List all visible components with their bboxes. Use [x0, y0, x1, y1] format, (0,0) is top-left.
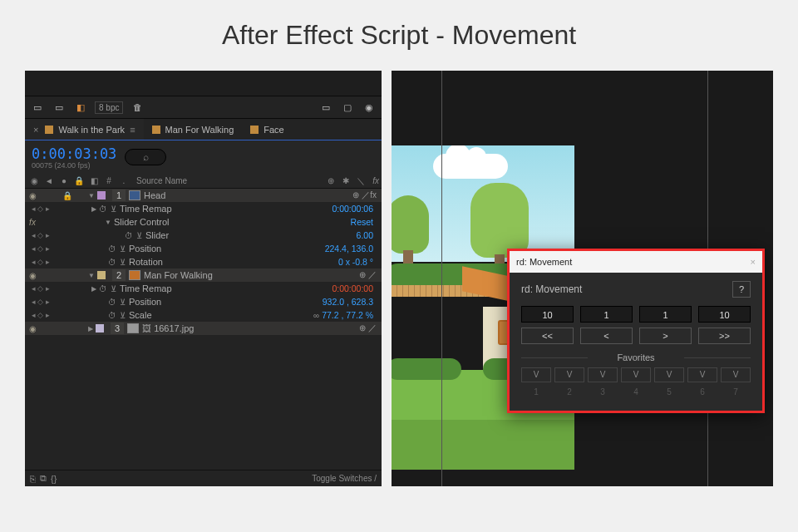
layer-switches[interactable]: ⊕ ／fx — [323, 190, 382, 201]
prop-scale[interactable]: ◂ ◇ ▸ ⏱ ⊻ Scale ∞77.2 , 77.2 % — [25, 308, 382, 322]
current-timecode[interactable]: 0:00:03:03 — [32, 145, 116, 162]
rewind-fast-button[interactable]: << — [521, 328, 574, 344]
twirl-icon[interactable]: ▶ — [88, 325, 93, 332]
favorite-slot-num[interactable]: 4 — [621, 386, 651, 401]
keyframe-nav[interactable]: ◂ ◇ ▸ — [27, 284, 55, 293]
layer-row-man-for-walking[interactable]: ◉ ▼ 2 Man For Walking ⊕ ／ — [25, 268, 382, 282]
prop-value[interactable]: 6.00 — [357, 230, 382, 240]
trash-icon[interactable]: 🗑 — [130, 101, 145, 114]
help-button[interactable]: ? — [732, 281, 751, 298]
keyframe-nav[interactable]: ◂ ◇ ▸ — [27, 311, 55, 319]
stopwatch-icon[interactable]: ⏱ — [99, 284, 107, 293]
prop-position[interactable]: ◂ ◇ ▸ ⏱ ⊻ Position 932.0 , 628.3 — [25, 295, 382, 308]
favorite-slot-v[interactable]: V — [521, 367, 551, 382]
footer-icon[interactable]: {} — [51, 474, 57, 484]
eye-icon[interactable]: ◉ — [27, 191, 38, 200]
favorite-slot-v[interactable]: V — [721, 367, 751, 382]
link-icon[interactable]: ∞ — [313, 311, 319, 320]
prop-value[interactable]: 0 x -0.8 ° — [338, 257, 382, 267]
favorite-slot-num[interactable]: 6 — [687, 386, 717, 401]
close-icon[interactable]: × — [751, 257, 756, 267]
label-color[interactable] — [97, 271, 106, 279]
keyframe-nav[interactable]: ◂ ◇ ▸ — [27, 231, 55, 239]
prop-value[interactable]: ∞77.2 , 77.2 % — [313, 310, 382, 320]
favorite-slot-v[interactable]: V — [621, 367, 651, 382]
solo-column-icon[interactable]: ● — [58, 176, 70, 185]
lock-icon[interactable]: 🔒 — [62, 191, 73, 200]
tab-walk-in-the-park[interactable]: × Walk in the Park ≡ — [25, 119, 144, 140]
rewind-button[interactable]: < — [580, 328, 633, 344]
close-tab-icon[interactable]: × — [33, 125, 38, 135]
prop-time-remap[interactable]: ◂ ◇ ▸ ▶ ⏱ ⊻ Time Remap 0:00:00:00 — [25, 282, 382, 295]
prop-time-remap[interactable]: ◂ ◇ ▸ ▶ ⏱ ⊻ Time Remap 0:00:00:06 — [25, 202, 382, 215]
color-icon[interactable]: ◧ — [73, 101, 88, 114]
favorite-slot-num[interactable]: 3 — [588, 386, 618, 401]
favorite-slot-v[interactable]: V — [654, 367, 684, 382]
graph-icon[interactable]: ⊻ — [111, 204, 116, 214]
keyframe-nav[interactable]: ◂ ◇ ▸ — [27, 298, 55, 306]
graph-icon[interactable]: ⊻ — [120, 244, 126, 254]
prop-value[interactable]: 932.0 , 628.3 — [323, 297, 382, 307]
reset-link[interactable]: Reset — [351, 217, 382, 227]
stopwatch-icon[interactable]: ⏱ — [108, 244, 116, 254]
graph-icon[interactable]: ⊻ — [120, 258, 126, 267]
shy-icon[interactable]: ⊕ — [325, 176, 337, 185]
eye-icon[interactable]: ◉ — [27, 271, 38, 280]
favorite-slot-num[interactable]: 1 — [521, 386, 551, 401]
bit-depth[interactable]: 8 bpc — [95, 101, 123, 114]
graph-icon[interactable]: ⊻ — [120, 311, 126, 320]
monitor-icon[interactable]: ▢ — [340, 101, 355, 114]
keyframe-nav[interactable]: ◂ ◇ ▸ — [27, 204, 55, 213]
eye-icon[interactable]: ◉ — [27, 324, 38, 333]
keyframe-nav[interactable]: ◂ ◇ ▸ — [27, 258, 55, 266]
label-column-icon[interactable]: ◧ — [88, 176, 100, 185]
graph-icon[interactable]: ⊻ — [120, 298, 126, 307]
viewer-icon[interactable]: ▭ — [318, 101, 333, 114]
camera-icon[interactable]: ◉ — [362, 101, 377, 114]
favorite-slot-num[interactable]: 7 — [721, 386, 751, 401]
footer-icon[interactable]: ⧉ — [40, 473, 47, 484]
prop-slider[interactable]: ◂ ◇ ▸ ⏱ ⊻ Slider 6.00 — [25, 229, 382, 242]
search-layers[interactable]: ⌕ — [125, 149, 166, 165]
fx-badge[interactable]: fx — [27, 218, 38, 227]
twirl-icon[interactable]: ▼ — [88, 272, 95, 279]
twirl-icon[interactable]: ▼ — [88, 192, 95, 200]
layer-switches[interactable]: ⊕ ／ — [323, 323, 382, 334]
stopwatch-icon[interactable]: ⏱ — [108, 258, 116, 267]
layer-row-16617[interactable]: ◉ ▶ 3 🖼 16617.jpg ⊕ ／ — [25, 322, 382, 335]
tab-man-for-walking[interactable]: Man For Walking — [144, 119, 243, 140]
favorite-slot-v[interactable]: V — [554, 367, 584, 382]
stopwatch-icon[interactable]: ⏱ — [108, 298, 116, 307]
panel-titlebar[interactable]: rd: Movement × — [510, 251, 762, 273]
stopwatch-icon[interactable]: ⏱ — [108, 311, 116, 320]
tab-face[interactable]: Face — [242, 119, 292, 140]
toggle-switches-button[interactable]: Toggle Switches / — [312, 474, 377, 483]
step-input-left-large[interactable]: 10 — [521, 306, 574, 323]
forward-fast-button[interactable]: >> — [698, 328, 751, 344]
prop-value[interactable]: 0:00:00:06 — [332, 204, 382, 214]
favorite-slot-v[interactable]: V — [588, 367, 618, 382]
graph-icon[interactable]: ⊻ — [136, 231, 142, 240]
effect-slider-control[interactable]: fx ▼ Slider Control Reset — [25, 215, 382, 229]
lock-column-icon[interactable]: 🔒 — [73, 176, 85, 185]
label-color[interactable] — [97, 191, 106, 200]
source-name-column[interactable]: Source Name — [133, 176, 322, 185]
favorite-slot-num[interactable]: 5 — [654, 386, 684, 401]
prop-value[interactable]: 224.4, 136.0 — [325, 244, 382, 254]
label-color[interactable] — [96, 324, 104, 332]
favorite-slot-v[interactable]: V — [687, 367, 717, 382]
folder-icon[interactable]: ▭ — [52, 101, 66, 114]
step-input-right-large[interactable]: 10 — [698, 306, 751, 323]
footer-icon[interactable]: ⎘ — [30, 474, 36, 484]
forward-button[interactable]: > — [639, 328, 692, 344]
step-input-left-small[interactable]: 1 — [580, 306, 633, 323]
stopwatch-icon[interactable]: ⏱ — [125, 231, 133, 240]
prop-rotation[interactable]: ◂ ◇ ▸ ⏱ ⊻ Rotation 0 x -0.8 ° — [25, 255, 382, 268]
layer-switches[interactable]: ⊕ ／ — [323, 269, 382, 281]
graph-icon[interactable]: ⊻ — [111, 284, 116, 293]
step-input-right-small[interactable]: 1 — [639, 306, 692, 323]
prop-value[interactable]: 0:00:00:00 — [332, 283, 382, 293]
keyframe-nav[interactable]: ◂ ◇ ▸ — [27, 244, 55, 253]
favorite-slot-num[interactable]: 2 — [554, 386, 584, 401]
audio-column-icon[interactable]: ◄ — [43, 176, 55, 185]
